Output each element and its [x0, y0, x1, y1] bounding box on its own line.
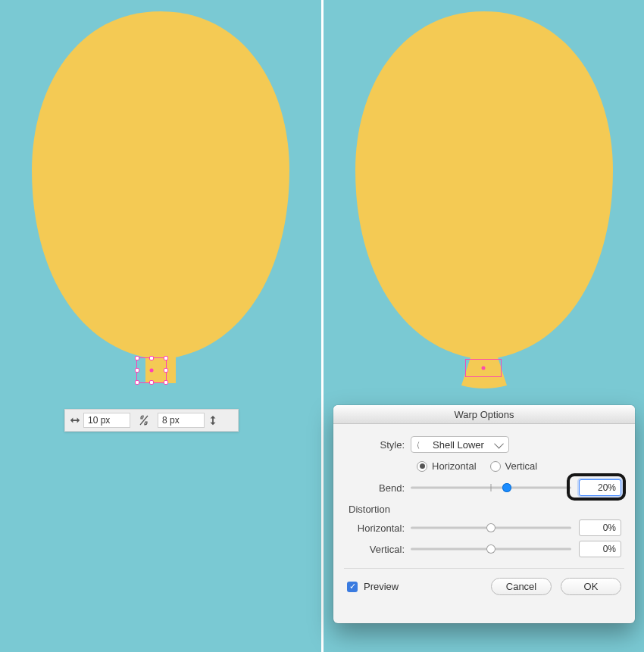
orientation-horizontal-radio[interactable]: Horizontal	[417, 460, 477, 472]
height-cell: 8 px	[153, 410, 223, 431]
distortion-horizontal-value-input[interactable]: 0%	[579, 519, 621, 536]
style-select[interactable]: ⌒ Shell Lower	[411, 436, 509, 453]
cancel-button[interactable]: Cancel	[491, 578, 552, 595]
link-broken-icon	[139, 414, 149, 426]
height-input[interactable]: 8 px	[158, 413, 205, 428]
orientation-horizontal-label: Horizontal	[432, 460, 477, 472]
radio-dot-on-icon	[417, 461, 427, 472]
preview-label: Preview	[364, 581, 399, 592]
bend-value-input[interactable]: 20%	[579, 479, 621, 496]
style-label: Style:	[347, 439, 411, 451]
balloon-shape-right	[340, 4, 628, 405]
distortion-horizontal-label: Horizontal:	[347, 523, 411, 534]
width-arrows-icon	[70, 415, 80, 426]
width-cell: 10 px	[65, 410, 135, 431]
distortion-group-label: Distortion	[349, 504, 621, 515]
checkmark-icon: ✓	[347, 582, 358, 592]
canvas-left: 10 px 8 px	[0, 0, 321, 652]
balloon-shape-left	[17, 4, 305, 405]
orientation-vertical-label: Vertical	[505, 460, 538, 472]
width-input[interactable]: 10 px	[83, 413, 130, 428]
selection-box-right[interactable]	[465, 359, 502, 377]
dimensions-toolbar: 10 px 8 px	[64, 409, 239, 432]
preview-checkbox[interactable]: ✓ Preview	[347, 581, 399, 592]
distortion-vertical-label: Vertical:	[347, 544, 411, 555]
distortion-horizontal-slider[interactable]	[411, 520, 571, 535]
bend-slider[interactable]	[411, 480, 571, 495]
radio-dot-off-icon	[490, 461, 501, 472]
distortion-vertical-slider[interactable]	[411, 541, 571, 557]
orientation-vertical-radio[interactable]: Vertical	[490, 460, 538, 472]
selection-box-left[interactable]	[136, 357, 167, 383]
dialog-title: Warp Options	[333, 405, 635, 424]
style-value: Shell Lower	[433, 439, 484, 451]
height-arrows-icon	[208, 415, 218, 426]
warp-options-dialog: Warp Options Style: ⌒ Shell Lower Horizo…	[333, 405, 635, 623]
dialog-divider	[344, 568, 624, 569]
ok-button[interactable]: OK	[561, 578, 621, 595]
distortion-vertical-value-input[interactable]: 0%	[579, 541, 621, 557]
constrain-proportions[interactable]	[135, 410, 153, 431]
shell-icon: ⌒	[416, 440, 429, 449]
bend-label: Bend:	[347, 482, 411, 494]
